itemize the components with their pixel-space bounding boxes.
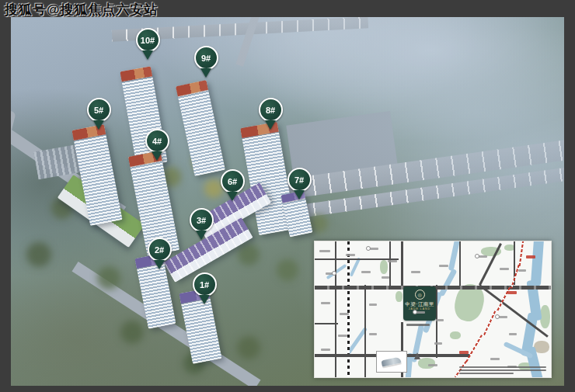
poi-label-chip — [428, 364, 437, 366]
park-patch — [418, 358, 435, 369]
marker-pin-3: 3# — [188, 208, 214, 242]
stream-segment — [326, 264, 347, 279]
train-icon — [381, 356, 401, 366]
poi-label-chip — [411, 271, 420, 273]
marker-pin-7-tip — [294, 190, 305, 199]
poi-label-chip — [338, 335, 347, 337]
poi-label-chip — [500, 268, 509, 270]
marker-pin-2-tip — [154, 260, 165, 269]
hsr-line-segment — [483, 310, 497, 336]
river-segment — [438, 269, 457, 297]
marker-pin-1: 1# — [191, 272, 218, 307]
hsr-label-chip — [526, 255, 535, 258]
park-patch — [396, 291, 402, 302]
marker-pin-6-tip — [227, 192, 238, 201]
map-road-vertical — [364, 285, 366, 377]
poi-label-chip — [388, 260, 397, 262]
hsr-label-chip — [507, 291, 517, 294]
marker-pin-8: 8# — [257, 98, 284, 132]
logo-title: 中梁·江南里 — [403, 301, 436, 307]
big-river-segment — [531, 241, 544, 286]
marker-pin-4-label: 4# — [152, 137, 162, 146]
poi-label-chip — [382, 276, 389, 279]
poi-dot-icon — [366, 246, 371, 251]
location-map-inset: ◎ 中梁·江南里 JADE LAND — [314, 241, 552, 378]
marker-pin-3-label: 3# — [197, 216, 206, 225]
aerial-rendering-photo: 10# 9# 5# 4# 8# 6# 7# 3# 2# 1# — [11, 17, 564, 386]
map-road-vertical — [459, 241, 461, 286]
poi-dot-icon — [413, 310, 417, 314]
poi-label-chip — [340, 313, 349, 315]
marker-pin-7-head: 7# — [288, 168, 312, 192]
poi-label-chip — [436, 319, 444, 321]
marker-pin-8-head: 8# — [259, 98, 283, 122]
marker-pin-1-label: 1# — [200, 280, 209, 290]
building-9-roof — [176, 80, 208, 96]
poi-label-chip — [434, 342, 442, 345]
marker-pin-9: 9# — [193, 46, 219, 80]
poi-label-chip — [346, 254, 355, 256]
marker-pin-7-label: 7# — [294, 175, 304, 185]
map-road-horizontal — [315, 323, 338, 324]
pagoda-icon — [414, 352, 420, 359]
disclaimer-line — [459, 366, 546, 368]
marker-pin-4-head: 4# — [145, 129, 169, 153]
disclaimer-line — [459, 369, 546, 371]
logo-emblem-icon: ◎ — [415, 290, 425, 300]
marker-pin-6: 6# — [219, 169, 246, 203]
poi-label-chip — [518, 269, 526, 272]
hsr-label-chip — [459, 351, 469, 354]
poi-label-chip — [361, 271, 371, 273]
building-10-roof — [120, 66, 152, 82]
map-road-vertical — [436, 285, 437, 358]
map-road-horizontal — [315, 258, 399, 260]
poi-dot-icon — [332, 271, 336, 276]
marker-pin-5: 5# — [85, 98, 112, 132]
marker-pin-2: 2# — [146, 238, 172, 272]
logo-caption-chip — [406, 324, 430, 326]
marker-pin-4: 4# — [144, 129, 170, 163]
poi-label-chip — [369, 304, 377, 306]
marker-pin-9-tip — [200, 68, 211, 78]
marker-pin-10: 10# — [134, 28, 161, 62]
poi-label-chip — [439, 265, 448, 267]
screenshot-canvas: 搜狐号@搜狐焦点六安站 10# 9# 5# 4# 8# 6# — [0, 0, 575, 392]
marker-pin-1-head: 1# — [193, 272, 217, 297]
disclaimer-line — [459, 373, 514, 374]
poi-dot-icon — [495, 314, 500, 319]
building-9 — [176, 80, 225, 176]
marker-pin-4-tip — [152, 151, 162, 161]
marker-pin-1-tip — [199, 295, 210, 304]
map-road-vertical — [401, 241, 403, 286]
marker-pin-5-head: 5# — [87, 98, 111, 122]
marker-pin-7: 7# — [286, 168, 312, 202]
sohu-watermark: 搜狐号@搜狐焦点六安站 — [5, 1, 159, 19]
marker-pin-6-head: 6# — [221, 169, 245, 193]
poi-label-chip — [490, 358, 500, 360]
park-patch — [380, 260, 388, 274]
marker-pin-2-head: 2# — [148, 238, 172, 262]
marker-pin-10-label: 10# — [141, 36, 155, 45]
marker-pin-10-tip — [142, 50, 153, 60]
marker-pin-8-tip — [265, 120, 276, 130]
hsr-line-segment — [511, 264, 520, 288]
marker-pin-5-label: 5# — [94, 106, 103, 115]
marker-pin-8-label: 8# — [266, 106, 275, 115]
poi-label-chip — [321, 302, 330, 304]
river-segment — [448, 241, 461, 271]
marker-pin-2-label: 2# — [155, 245, 164, 255]
marker-pin-6-label: 6# — [228, 177, 237, 186]
marker-pin-9-label: 9# — [201, 54, 211, 63]
poi-label-chip — [509, 333, 517, 335]
marker-pin-5-tip — [93, 120, 104, 130]
project-logo: ◎ 中梁·江南里 JADE LAND — [403, 286, 436, 321]
marker-pin-3-tip — [196, 231, 207, 240]
poi-label-chip — [319, 250, 330, 252]
stream-segment — [350, 257, 361, 276]
marker-pin-9-head: 9# — [194, 46, 218, 70]
hsr-line-segment — [519, 241, 524, 266]
hsr-line-segment — [465, 335, 483, 363]
poi-label-chip — [369, 333, 377, 335]
marker-pin-10-head: 10# — [136, 28, 160, 52]
marker-pin-3-head: 3# — [190, 208, 214, 232]
